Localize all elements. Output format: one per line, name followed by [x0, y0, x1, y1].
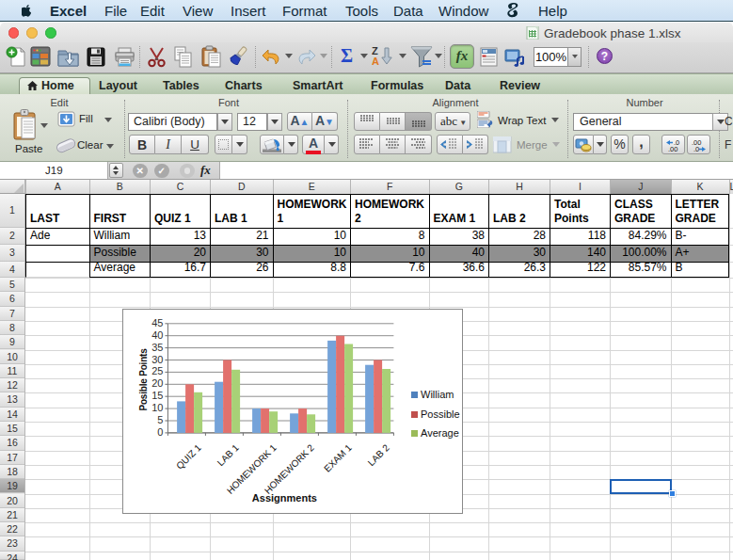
svg-text:.0: .0	[693, 145, 699, 153]
svg-text:.00: .00	[668, 145, 677, 153]
svg-text:A: A	[372, 56, 379, 67]
